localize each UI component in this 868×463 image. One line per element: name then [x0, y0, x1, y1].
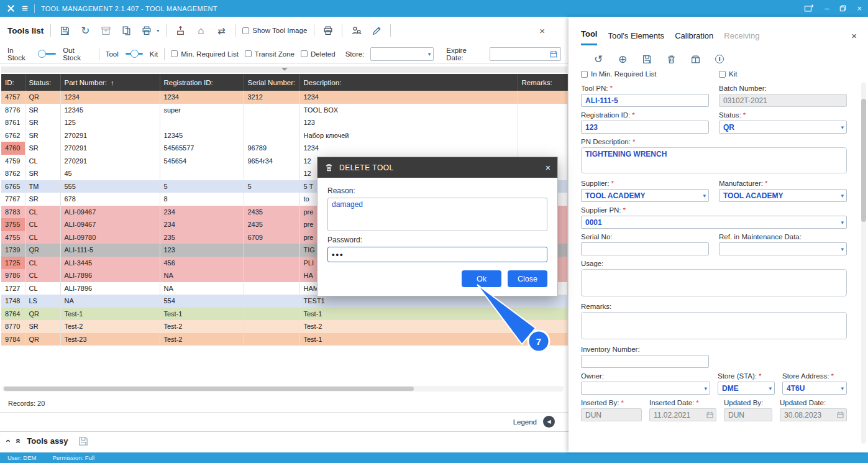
cell-remarks [518, 142, 567, 155]
tool-kit-toggle[interactable] [125, 50, 144, 58]
cell-remarks [518, 333, 567, 346]
table-row[interactable]: 8761 SR 125 123 [1, 116, 567, 129]
status-select[interactable]: QR▾ [719, 121, 847, 134]
edit-icon[interactable] [370, 24, 383, 37]
tab-calibration[interactable]: Calibration [675, 31, 713, 45]
print-icon[interactable] [140, 24, 153, 37]
manufacturer-select[interactable]: TOOL ACADEMY▾ [719, 189, 847, 202]
close-button[interactable]: Close [508, 270, 547, 287]
table-row[interactable]: 4760 SR 270291 54565577 96789 1234 [1, 142, 567, 155]
kit-checkbox[interactable]: Kit [719, 70, 847, 78]
tool-pn-field[interactable] [581, 94, 709, 107]
add-icon[interactable]: ⊕ [616, 53, 629, 65]
legend-toggle-button[interactable]: ◀ [543, 416, 555, 428]
supplier-select[interactable]: TOOL ACADEMY▾ [581, 189, 709, 202]
cell-part-number: ALI-09780 [60, 231, 160, 244]
horizontal-scrollbar[interactable] [2, 386, 564, 392]
print-caret-icon[interactable]: ▾ [157, 28, 159, 34]
col-header-id[interactable]: ID: [1, 74, 25, 91]
deleted-checkbox[interactable]: Deleted [301, 50, 336, 58]
expire-date-input[interactable] [490, 47, 561, 61]
maximize-icon[interactable] [839, 4, 847, 12]
cell-status: SR [25, 116, 60, 129]
scrollbar-thumb[interactable] [4, 387, 414, 391]
table-row[interactable]: 8764 QR Test-1 Test-1 Test-1 [1, 308, 567, 321]
reason-label: Reason: [327, 186, 547, 195]
col-header-status[interactable]: Status: [25, 74, 60, 91]
col-header-part-number[interactable]: Part Number:↑ [60, 74, 160, 91]
serial-no-field[interactable] [581, 242, 709, 255]
transit-zone-checkbox[interactable]: Transit Zone [245, 50, 295, 58]
statusbar-permission: Permission: Full [52, 454, 94, 461]
info-icon[interactable] [713, 53, 726, 65]
close-icon[interactable]: × [539, 25, 545, 36]
scrollbar-thumb[interactable] [861, 99, 866, 222]
password-field[interactable] [327, 247, 547, 262]
serial-no-label: Serial No: [581, 233, 709, 241]
archive-icon[interactable] [99, 24, 112, 37]
store-address-select[interactable]: 4T6U▾ [782, 382, 847, 395]
reason-field[interactable]: damaged [327, 198, 547, 231]
tab-tools-elements[interactable]: Tool's Elements [608, 31, 664, 45]
tab-tool[interactable]: Tool [581, 29, 597, 45]
supplier-pn-select[interactable]: 0001▾ [581, 216, 847, 229]
package-icon[interactable] [689, 53, 701, 65]
table-row[interactable]: 9784 QR Test-23 Test-2 Test-1 [1, 333, 567, 346]
close-icon[interactable]: × [857, 4, 862, 12]
owner-select[interactable]: ▾ [581, 382, 710, 395]
capture-icon[interactable] [804, 4, 815, 13]
table-row[interactable]: 1748 LS NA 554 TEST1 [1, 295, 567, 308]
save-icon[interactable] [78, 436, 89, 447]
user-search-icon[interactable] [349, 24, 363, 37]
col-header-registration-id[interactable]: Registration ID: [160, 74, 244, 91]
export-icon[interactable] [173, 24, 187, 37]
cell-part-number: 270291 [60, 129, 160, 142]
undo-icon[interactable]: ↺ [592, 53, 605, 65]
save-icon[interactable] [641, 53, 653, 65]
dialog-header: DELETE TOOL × [318, 157, 557, 178]
paste-icon[interactable] [119, 24, 133, 37]
store-select[interactable]: ▾ [370, 47, 434, 61]
print-report-icon[interactable] [321, 24, 335, 37]
delete-icon[interactable] [665, 53, 677, 65]
remarks-field[interactable] [581, 312, 847, 339]
inventory-number-field[interactable] [581, 355, 709, 368]
table-splitter-handle[interactable] [1, 66, 567, 73]
home-icon[interactable]: ⌂ [194, 24, 208, 37]
table-row[interactable]: 8776 SR 12345 super TOOL BOX [1, 104, 567, 117]
cell-part-number: Test-23 [60, 333, 160, 346]
save-icon[interactable] [58, 24, 71, 37]
stock-toggle[interactable] [38, 50, 57, 58]
tool-transfer-icon[interactable]: ⇄ [214, 24, 228, 37]
col-header-description[interactable]: Description: [299, 74, 518, 91]
ref-maintenance-select[interactable]: ▾ [719, 242, 847, 255]
usage-field[interactable] [581, 269, 847, 296]
table-row[interactable]: 8770 SR Test-2 Test-2 Test-2 [1, 320, 567, 333]
checkbox-icon[interactable] [242, 27, 249, 34]
pn-description-field[interactable]: TIGHTENING WRENCH [581, 147, 847, 173]
in-min-required-checkbox[interactable]: In Min. Required List [581, 70, 709, 78]
min-required-checkbox[interactable]: Min. Required List [171, 50, 239, 58]
close-icon[interactable]: × [851, 30, 857, 41]
col-header-serial-number[interactable]: Serial Number: [244, 74, 299, 91]
table-row[interactable]: 6762 SR 270291 12345 Набор ключей [1, 129, 567, 142]
collapse-icon[interactable]: ‹ [4, 439, 14, 442]
vertical-scrollbar[interactable] [861, 83, 866, 444]
col-header-remarks[interactable]: Remarks: [518, 74, 567, 91]
cell-remarks [518, 308, 567, 321]
cell-registration-id: 1234 [160, 91, 244, 104]
menu-icon[interactable]: ≡ [22, 3, 28, 14]
table-row[interactable]: 4757 QR 1234 1234 3212 1234 [1, 91, 567, 104]
refresh-icon[interactable]: ↻ [78, 24, 92, 37]
cell-serial-number: 5 [244, 180, 299, 193]
collapse-all-icon[interactable]: « [14, 438, 24, 443]
calendar-icon[interactable] [549, 50, 558, 58]
ok-button[interactable]: Ok [462, 270, 501, 287]
close-icon[interactable]: × [546, 163, 550, 173]
store-sta-select[interactable]: DME▾ [718, 382, 775, 395]
minimize-icon[interactable]: – [825, 4, 829, 12]
cell-remarks [518, 320, 567, 333]
registration-id-field[interactable] [581, 121, 709, 134]
show-tool-image-checkbox[interactable]: Show Tool Image [242, 27, 307, 34]
calendar-icon [706, 411, 714, 419]
